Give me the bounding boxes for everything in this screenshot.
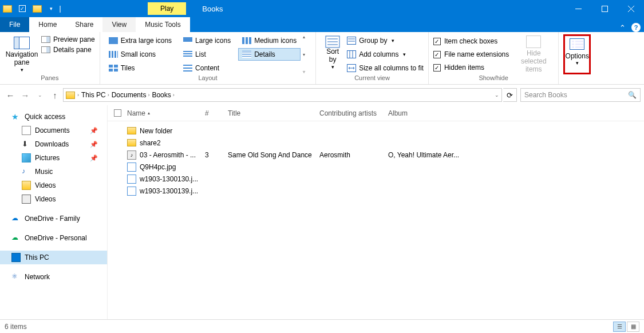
file-name: Q9H4pc.jpg	[140, 163, 205, 171]
breadcrumb-documents[interactable]: Documents›	[112, 91, 150, 99]
document-icon	[22, 126, 31, 135]
address-bar[interactable]: › This PC› Documents› Books› ⌄	[63, 88, 502, 102]
add-columns-button[interactable]: Add columns▾	[347, 48, 424, 61]
table-row[interactable]: ♪03 - Aerosmith - ...3Same Old Song And …	[108, 149, 644, 161]
video-folder-icon	[22, 181, 31, 190]
navigation-pane-button[interactable]: Navigation pane ▾	[5, 34, 39, 74]
image-file-icon	[127, 175, 136, 184]
file-artist: Aerosmith	[319, 151, 388, 159]
view-medium-icons[interactable]: Medium icons	[238, 34, 301, 47]
sidebar-item-videos-2[interactable]: Videos	[0, 192, 107, 206]
chevron-down-icon: ▾	[331, 64, 334, 70]
table-row[interactable]: w1903-1300130.j...	[108, 173, 644, 185]
hidden-items-toggle[interactable]: ✓Hidden items	[433, 62, 509, 73]
table-row[interactable]: Q9H4pc.jpg	[108, 161, 644, 173]
tab-share[interactable]: Share	[66, 17, 102, 32]
layout-scroll[interactable]: ▴▾▿	[303, 34, 311, 74]
tab-view[interactable]: View	[102, 17, 136, 32]
pictures-icon	[22, 153, 31, 162]
recent-locations-button[interactable]: ⌄	[33, 88, 47, 102]
sidebar-item-onedrive-family[interactable]: ☁OneDrive - Family	[0, 212, 107, 225]
view-tiles[interactable]: Tiles	[105, 62, 176, 74]
sort-by-button[interactable]: Sort by ▾	[321, 34, 345, 74]
preview-pane-icon	[41, 36, 50, 43]
item-check-boxes-toggle[interactable]: ✓Item check boxes	[433, 35, 509, 47]
qat-check[interactable]: ✓	[15, 0, 30, 17]
minimize-button[interactable]	[565, 0, 591, 17]
back-button[interactable]: ←	[3, 88, 17, 102]
group-by-button[interactable]: Group by▾	[347, 34, 424, 47]
ribbon-help-area: ⌃ ?	[619, 23, 644, 32]
sidebar-item-documents[interactable]: Documents📌	[0, 124, 107, 137]
options-button[interactable]: Options ▾	[563, 34, 591, 74]
view-extra-large-icons[interactable]: Extra large icons	[105, 34, 176, 47]
preview-pane-button[interactable]: Preview pane	[41, 35, 95, 43]
file-list: Name▴ # Title Contributing artists Album…	[108, 105, 644, 319]
checkbox-checked-icon: ✓	[433, 51, 441, 58]
column-album[interactable]: Album	[388, 109, 644, 117]
column-name[interactable]: Name▴	[127, 109, 205, 117]
sidebar-item-onedrive-personal[interactable]: ☁OneDrive - Personal	[0, 231, 107, 245]
sidebar-item-downloads[interactable]: ⬇Downloads📌	[0, 137, 107, 151]
forward-button[interactable]: →	[18, 88, 32, 102]
details-view-toggle[interactable]: ☰	[613, 322, 626, 332]
folder-icon	[127, 127, 136, 134]
item-count: 6 items	[5, 323, 27, 331]
maximize-button[interactable]	[591, 0, 618, 17]
search-input[interactable]: Search Books 🔍	[520, 88, 641, 102]
ribbon-group-options: Options ▾	[559, 32, 595, 84]
audio-file-icon: ♪	[127, 150, 136, 160]
thumbnails-view-toggle[interactable]: ▦	[627, 322, 639, 332]
breadcrumb-books[interactable]: Books›	[152, 91, 174, 99]
sidebar-item-pictures[interactable]: Pictures📌	[0, 151, 107, 165]
file-rows: New foldershare2♪03 - Aerosmith - ...3Sa…	[108, 121, 644, 197]
tab-file[interactable]: File	[0, 17, 29, 32]
qat-folder-icon[interactable]	[0, 0, 15, 17]
cloud-icon: ☁	[11, 214, 21, 223]
minimize-ribbon-icon[interactable]: ⌃	[619, 23, 626, 32]
file-name-extensions-toggle[interactable]: ✓File name extensions	[433, 49, 509, 60]
refresh-button[interactable]: ⟳	[503, 88, 517, 102]
sidebar-item-network[interactable]: ⚛Network	[0, 270, 107, 284]
view-large-icons[interactable]: Large icons	[179, 34, 235, 47]
hide-icon	[526, 35, 541, 48]
qat-folder-icon-2[interactable]	[30, 0, 45, 17]
window-title: Books	[202, 5, 223, 13]
ribbon: Navigation pane ▾ Preview pane Details p…	[0, 32, 644, 85]
file-name: New folder	[140, 127, 205, 135]
table-row[interactable]: share2	[108, 137, 644, 149]
qat-dropdown[interactable]: ▾	[44, 0, 58, 17]
view-list[interactable]: List	[179, 48, 235, 61]
breadcrumb: ›	[77, 92, 79, 98]
sidebar-item-quick-access[interactable]: ★Quick access	[0, 110, 107, 124]
contextual-tab-play[interactable]: Play	[148, 2, 186, 15]
column-artist[interactable]: Contributing artists	[319, 109, 388, 117]
view-details[interactable]: Details	[238, 48, 301, 61]
sidebar-item-music[interactable]: ♪Music	[0, 165, 107, 179]
checkbox-checked-icon: ✓	[433, 64, 441, 72]
table-row[interactable]: w1903-1300139.j...	[108, 185, 644, 197]
sidebar-item-videos-1[interactable]: Videos	[0, 179, 107, 192]
address-dropdown[interactable]: ⌄	[495, 92, 499, 98]
up-button[interactable]: ↑	[48, 88, 62, 102]
view-content[interactable]: Content	[179, 62, 235, 74]
close-button[interactable]	[618, 0, 644, 17]
pin-icon: 📌	[90, 141, 98, 148]
tab-music-tools[interactable]: Music Tools	[136, 17, 189, 32]
help-icon[interactable]: ?	[631, 23, 641, 32]
select-all-checkbox[interactable]	[108, 109, 127, 117]
size-all-columns-button[interactable]: Size all columns to fit	[347, 62, 424, 74]
breadcrumb-this-pc[interactable]: This PC›	[81, 91, 109, 99]
table-row[interactable]: New folder	[108, 125, 644, 137]
column-number[interactable]: #	[205, 109, 228, 117]
column-headers: Name▴ # Title Contributing artists Album	[108, 105, 644, 121]
view-small-icons[interactable]: Small icons	[105, 48, 176, 61]
file-name: 03 - Aerosmith - ...	[140, 151, 205, 159]
network-icon: ⚛	[11, 272, 21, 282]
column-title[interactable]: Title	[228, 109, 319, 117]
sidebar-item-this-pc[interactable]: This PC	[0, 251, 107, 264]
details-pane-button[interactable]: Details pane	[41, 46, 95, 54]
group-label-current-view: Current view	[321, 74, 424, 83]
chevron-down-icon: ▾	[21, 67, 23, 73]
tab-home[interactable]: Home	[29, 17, 66, 32]
